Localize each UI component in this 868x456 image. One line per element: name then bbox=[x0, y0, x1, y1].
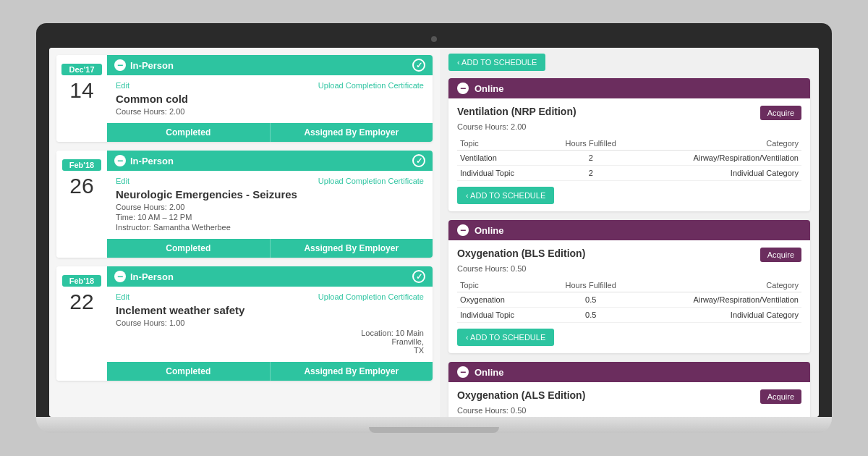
laptop-camera bbox=[431, 36, 437, 42]
card-type-label: In-Person bbox=[130, 271, 174, 282]
date-column: Feb'1822 bbox=[56, 266, 107, 381]
online-card-header: Online bbox=[448, 78, 810, 98]
card-title: Neurologic Emergencies - Seizures bbox=[116, 188, 424, 200]
edit-link[interactable]: Edit bbox=[116, 292, 129, 301]
card-detail: Course Hours: 2.00 bbox=[116, 203, 424, 211]
acquire-button[interactable]: Acquire bbox=[760, 248, 801, 262]
topics-table-header-category: Category bbox=[634, 137, 801, 151]
online-title-row: Ventilation (NRP Edition)Acquire bbox=[457, 106, 801, 120]
online-card-body: Oxygenation (ALS Edition)AcquireCourse H… bbox=[448, 382, 810, 417]
online-title-row: Oxygenation (BLS Edition)Acquire bbox=[457, 248, 801, 262]
laptop-base bbox=[36, 417, 832, 433]
card-body: EditUpload Completion CertificateCommon … bbox=[107, 75, 433, 123]
card-body: EditUpload Completion CertificateNeurolo… bbox=[107, 171, 433, 239]
card-header: In-Person✓ bbox=[107, 151, 433, 171]
hours-fulfilled-cell: 0.5 bbox=[548, 308, 634, 323]
assigned-by-employer-button[interactable]: Assigned By Employer bbox=[270, 239, 433, 258]
minus-icon[interactable] bbox=[114, 59, 126, 71]
card-header-left: In-Person bbox=[114, 59, 174, 71]
minus-icon[interactable] bbox=[114, 271, 126, 282]
topic-cell: Oxygenation bbox=[457, 292, 548, 308]
topics-table: TopicHours FulfilledCategoryOxygenation0… bbox=[457, 279, 801, 323]
upload-completion-link[interactable]: Upload Completion Certificate bbox=[318, 177, 424, 185]
topics-table-header-category: Category bbox=[634, 279, 801, 292]
add-to-schedule-button[interactable]: ‹ ADD TO SCHEDULE bbox=[457, 329, 554, 346]
card-title: Common cold bbox=[116, 93, 424, 105]
acquire-button[interactable]: Acquire bbox=[760, 106, 801, 120]
upload-completion-link[interactable]: Upload Completion Certificate bbox=[318, 292, 424, 301]
online-course-hours: Course Hours: 0.50 bbox=[457, 264, 801, 273]
online-card: OnlineOxygenation (ALS Edition)AcquireCo… bbox=[448, 362, 810, 417]
check-icon: ✓ bbox=[412, 270, 425, 283]
screen-bezel: Dec'1714In-Person✓EditUpload Completion … bbox=[36, 23, 832, 417]
card-edit-row: EditUpload Completion Certificate bbox=[116, 292, 424, 301]
completed-button[interactable]: Completed bbox=[107, 239, 270, 258]
card-header: In-Person✓ bbox=[107, 266, 433, 287]
check-icon: ✓ bbox=[412, 59, 425, 72]
acquire-button[interactable]: Acquire bbox=[760, 389, 801, 404]
laptop-screen: Dec'1714In-Person✓EditUpload Completion … bbox=[49, 48, 819, 417]
table-row: Ventilation2Airway/Respiration/Ventilati… bbox=[457, 151, 801, 166]
online-course-title: Ventilation (NRP Edition) bbox=[457, 106, 576, 117]
online-course-title: Oxygenation (BLS Edition) bbox=[457, 248, 585, 259]
left-panel: Dec'1714In-Person✓EditUpload Completion … bbox=[49, 48, 440, 417]
card-content: In-Person✓EditUpload Completion Certific… bbox=[107, 266, 433, 381]
online-course-title: Oxygenation (ALS Edition) bbox=[457, 389, 585, 401]
card-content: In-Person✓EditUpload Completion Certific… bbox=[107, 55, 433, 142]
date-column: Feb'1826 bbox=[56, 151, 107, 258]
edit-link[interactable]: Edit bbox=[116, 177, 129, 185]
card-detail: Instructor: Samantha Wetherbee bbox=[116, 223, 424, 232]
hours-fulfilled-cell: 0.5 bbox=[548, 292, 634, 308]
date-day: 14 bbox=[69, 78, 93, 103]
category-cell: Individual Category bbox=[634, 308, 801, 323]
card-content: In-Person✓EditUpload Completion Certific… bbox=[107, 151, 433, 258]
topic-cell: Individual Topic bbox=[457, 308, 548, 323]
schedule-card: Dec'1714In-Person✓EditUpload Completion … bbox=[56, 55, 433, 142]
category-cell: Airway/Respiration/Ventilation bbox=[634, 151, 801, 166]
upload-completion-link[interactable]: Upload Completion Certificate bbox=[318, 81, 424, 90]
card-edit-row: EditUpload Completion Certificate bbox=[116, 177, 424, 185]
date-day: 26 bbox=[69, 174, 93, 198]
top-add-to-schedule-button[interactable]: ‹ ADD TO SCHEDULE bbox=[448, 54, 545, 71]
topic-cell: Individual Topic bbox=[457, 166, 548, 181]
completed-button[interactable]: Completed bbox=[107, 362, 270, 381]
online-minus-icon[interactable] bbox=[457, 224, 469, 236]
add-to-schedule-button[interactable]: ‹ ADD TO SCHEDULE bbox=[457, 187, 554, 204]
topics-table-header-hours: Hours Fulfilled bbox=[548, 279, 634, 292]
card-footer: CompletedAssigned By Employer bbox=[107, 123, 433, 142]
edit-link[interactable]: Edit bbox=[116, 81, 129, 90]
topics-table: TopicHours FulfilledCategoryVentilation2… bbox=[457, 137, 801, 181]
date-month: Feb'18 bbox=[62, 159, 101, 171]
category-cell: Airway/Respiration/Ventilation bbox=[634, 292, 801, 308]
online-label: Online bbox=[475, 83, 503, 94]
card-title: Inclement weather safety bbox=[116, 304, 424, 316]
table-row: Individual Topic2Individual Category bbox=[457, 166, 801, 181]
card-detail: Course Hours: 2.00 bbox=[116, 107, 424, 116]
topic-cell: Ventilation bbox=[457, 151, 548, 166]
online-minus-icon[interactable] bbox=[457, 366, 469, 378]
assigned-by-employer-button[interactable]: Assigned By Employer bbox=[270, 362, 433, 381]
online-label: Online bbox=[475, 367, 503, 378]
topics-table-header-hours: Hours Fulfilled bbox=[548, 137, 634, 151]
date-day: 22 bbox=[69, 290, 93, 314]
completed-button[interactable]: Completed bbox=[107, 123, 270, 142]
date-month: Dec'17 bbox=[61, 64, 101, 75]
card-detail: Time: 10 AM – 12 PM bbox=[116, 213, 424, 221]
online-card-body: Ventilation (NRP Edition)AcquireCourse H… bbox=[448, 98, 810, 211]
online-minus-icon[interactable] bbox=[457, 83, 469, 94]
schedule-card: Feb'1826In-Person✓EditUpload Completion … bbox=[56, 151, 433, 258]
online-course-hours: Course Hours: 0.50 bbox=[457, 406, 801, 415]
hours-fulfilled-cell: 2 bbox=[548, 151, 634, 166]
online-label: Online bbox=[475, 225, 503, 236]
date-column: Dec'1714 bbox=[56, 55, 107, 142]
table-row: Oxygenation0.5Airway/Respiration/Ventila… bbox=[457, 292, 801, 308]
card-edit-row: EditUpload Completion Certificate bbox=[116, 81, 424, 90]
minus-icon[interactable] bbox=[114, 155, 126, 166]
table-row: Individual Topic0.5Individual Category bbox=[457, 308, 801, 323]
topics-table-header-topic: Topic bbox=[457, 137, 548, 151]
category-cell: Individual Category bbox=[634, 166, 801, 181]
assigned-by-employer-button[interactable]: Assigned By Employer bbox=[270, 123, 433, 142]
card-body: EditUpload Completion CertificateIncleme… bbox=[107, 287, 433, 362]
card-footer: CompletedAssigned By Employer bbox=[107, 362, 433, 381]
schedule-card: Feb'1822In-Person✓EditUpload Completion … bbox=[56, 266, 433, 381]
